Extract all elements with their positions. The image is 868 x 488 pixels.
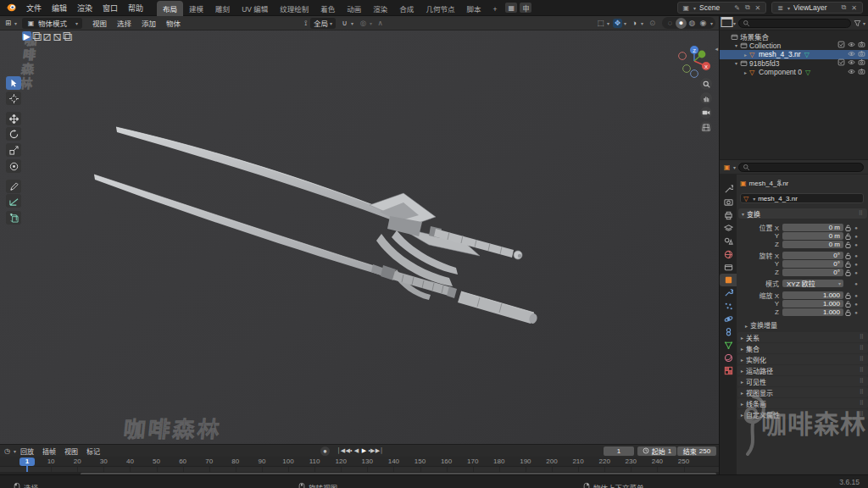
animate-dot[interactable]: ● xyxy=(853,234,860,239)
orientation-selector[interactable]: 全局▾ xyxy=(310,18,336,29)
animate-dot[interactable]: ● xyxy=(853,302,860,307)
add-workspace-button[interactable]: + xyxy=(487,3,503,16)
value-field[interactable]: 0 m xyxy=(782,232,843,240)
play-reverse-button[interactable]: ◀ xyxy=(353,446,360,455)
lock-icon[interactable] xyxy=(843,261,853,268)
falloff-curve-icon[interactable]: ∧ xyxy=(376,19,385,28)
properties-tab-particles[interactable] xyxy=(720,300,737,313)
unlink-scene-icon[interactable]: ✕ xyxy=(755,4,761,12)
properties-context-icon[interactable]: ▣ xyxy=(722,163,732,172)
workspace-tab-渲染[interactable]: 渲染 xyxy=(367,1,393,16)
outliner-row-Component 0[interactable]: ▸▽Component 0▽ xyxy=(720,68,868,77)
properties-tab-modifiers[interactable] xyxy=(720,286,737,299)
section-实例化[interactable]: ▸实例化⠿ xyxy=(737,354,868,364)
pin-icon[interactable]: ✎ xyxy=(734,4,740,12)
outliner-row-mesh_4_3.nr[interactable]: ▸▽mesh_4_3.nr▽ xyxy=(720,50,868,59)
section-集合[interactable]: ▸集合⠿ xyxy=(737,343,868,353)
current-frame-badge[interactable]: 1 xyxy=(19,458,35,466)
select-mode-intersect-button[interactable]: ⧉ xyxy=(63,31,72,41)
object-name-field[interactable]: ▽▾ mesh_4_3.nr xyxy=(740,193,864,203)
tool-transform-button[interactable] xyxy=(6,159,21,173)
value-field[interactable]: 0° xyxy=(782,260,843,268)
zoom-view-button[interactable] xyxy=(700,78,712,90)
value-field[interactable]: 1.000 xyxy=(782,300,843,308)
menu-帮助[interactable]: 帮助 xyxy=(123,1,148,15)
menu-编辑[interactable]: 编辑 xyxy=(47,1,72,15)
viewport-menu-视图[interactable]: 视图 xyxy=(87,17,112,29)
lock-icon[interactable] xyxy=(843,252,853,259)
tool-add-cube-button[interactable] xyxy=(6,211,21,225)
eye-icon[interactable] xyxy=(848,50,855,59)
window-layout-icon[interactable]: ▦ xyxy=(505,3,517,13)
lock-icon[interactable] xyxy=(843,301,853,308)
section-运动路径[interactable]: ▸运动路径⠿ xyxy=(737,365,868,375)
select-mode-new-button[interactable]: ▸ xyxy=(22,31,31,41)
properties-tab-physics[interactable] xyxy=(720,313,737,325)
properties-tab-material[interactable] xyxy=(720,352,737,364)
properties-tab-view-layer[interactable] xyxy=(720,222,737,235)
shading-rendered-button[interactable]: ◉ xyxy=(698,18,709,29)
tool-measure-button[interactable] xyxy=(6,194,21,208)
scabbard[interactable] xyxy=(458,291,534,324)
gizmo-neg-z-axis[interactable] xyxy=(691,70,698,78)
animate-dot[interactable]: ● xyxy=(853,262,860,267)
workspace-tab-UV 编辑[interactable]: UV 编辑 xyxy=(236,1,274,16)
section-关系[interactable]: ▸关系⠿ xyxy=(737,332,868,342)
jump-to-start-button[interactable]: ⏐◀ xyxy=(337,446,345,455)
upper-blade[interactable] xyxy=(116,127,399,223)
xray-toggle-icon[interactable]: ⊙ xyxy=(648,19,657,28)
viewport-menu-物体[interactable]: 物体 xyxy=(161,17,186,29)
lock-icon[interactable] xyxy=(843,241,853,248)
pivot-icon[interactable]: ⟟ xyxy=(301,19,310,28)
shading-solid-button[interactable]: ● xyxy=(676,18,687,29)
eye-icon[interactable] xyxy=(848,41,855,50)
remove-viewlayer-icon[interactable]: ✕ xyxy=(851,4,857,12)
menu-渲染[interactable]: 渲染 xyxy=(72,1,97,15)
properties-tab-object-data[interactable] xyxy=(720,339,737,352)
window-user-icon[interactable]: 申 xyxy=(520,3,531,13)
workspace-tab-雕刻[interactable]: 雕刻 xyxy=(209,1,236,16)
timeline-menu-插帧[interactable]: 插帧 xyxy=(38,446,60,456)
lock-icon[interactable] xyxy=(843,292,853,299)
tool-cursor-button[interactable] xyxy=(6,92,21,105)
rotation-mode-dropdown[interactable]: XYZ 欧拉▾ xyxy=(782,280,843,287)
value-field[interactable]: 0° xyxy=(782,252,843,259)
transform-panel-header[interactable]: ▾变换 ⠿ xyxy=(738,208,867,219)
timeline-menu-视图[interactable]: 视图 xyxy=(60,446,82,456)
perspective-toggle-button[interactable] xyxy=(700,121,712,133)
properties-tab-output[interactable] xyxy=(720,209,737,222)
outliner-row-Collection[interactable]: ▾Collection xyxy=(720,42,868,51)
menu-窗口[interactable]: 窗口 xyxy=(97,1,123,15)
timeline-editor-icon[interactable]: ◷ xyxy=(3,446,12,456)
workspace-tab-几何节点[interactable]: 几何节点 xyxy=(420,1,460,16)
viewport-3d[interactable]: 咖啡森林 咖啡森林 ▸ ⧉ ⧄ ⧅ ⧉ xyxy=(0,30,719,444)
auto-keying-button[interactable]: ● xyxy=(320,446,330,456)
scene-selector[interactable]: ▣▾ Scene ✎ ⧉ ✕ xyxy=(677,2,767,14)
animate-dot[interactable]: ● xyxy=(853,253,860,258)
animate-dot[interactable]: ● xyxy=(853,242,860,247)
lock-icon[interactable] xyxy=(843,233,853,240)
section-视图显示[interactable]: ▸视图显示⠿ xyxy=(737,387,868,397)
gizmo-neg-x-axis[interactable] xyxy=(679,53,687,60)
pin-icon[interactable] xyxy=(776,180,783,187)
panel-grip-icon[interactable]: ⠿ xyxy=(859,210,864,217)
camera-icon[interactable] xyxy=(858,41,865,50)
sidebar-toggle-icon[interactable]: ◂ xyxy=(715,46,718,53)
gizmos-toggle-icon[interactable]: ✥ xyxy=(613,19,622,28)
timeline-ruler[interactable]: 1020304050607080901001101201301401501601… xyxy=(0,457,719,467)
filter-funnel-icon[interactable] xyxy=(854,19,861,27)
lock-icon[interactable] xyxy=(843,309,853,316)
value-field[interactable]: 1.000 xyxy=(782,308,843,316)
select-mode-extend-button[interactable]: ⧉ xyxy=(32,31,42,41)
section-线条画[interactable]: ▸线条画⠿ xyxy=(737,398,868,408)
jump-to-end-button[interactable]: ▶⏐ xyxy=(376,446,383,455)
gizmo-neg-y-axis[interactable] xyxy=(683,65,691,73)
properties-tab-constraints[interactable] xyxy=(720,325,737,338)
camera-icon[interactable] xyxy=(858,58,865,68)
select-mode-invert-button[interactable]: ⧅ xyxy=(53,31,62,41)
properties-tab-world[interactable] xyxy=(720,248,737,261)
outliner-display-mode-icon[interactable]: 🗖 xyxy=(722,19,732,28)
properties-search-input[interactable] xyxy=(738,163,864,172)
frame-start-field[interactable]: 起始 1 xyxy=(637,446,676,456)
checkbox-icon[interactable] xyxy=(837,41,845,50)
